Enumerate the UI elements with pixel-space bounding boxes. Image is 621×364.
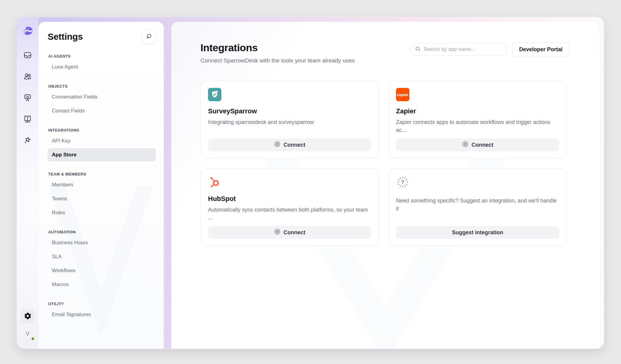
sidebar-item-roles[interactable]: Roles (48, 206, 156, 219)
knowledge-book-icon[interactable] (23, 115, 32, 123)
sidebar-search-button[interactable] (142, 30, 156, 44)
ai-search-icon (145, 33, 153, 41)
search-input[interactable] (424, 46, 502, 52)
sidebar-item-sla[interactable]: SLA (48, 250, 156, 263)
card-title: HubSpot (208, 195, 371, 203)
sidebar-item-api-key[interactable]: API Key (48, 134, 156, 148)
settings-gear-button[interactable] (21, 309, 35, 323)
connect-label: Connect (284, 142, 305, 148)
hubspot-logo (208, 175, 221, 189)
avatar-initial: V (26, 331, 29, 337)
section-label-integrations: INTEGRATIONS (48, 128, 155, 132)
integration-card-surveysparrow: SurveySparrow Integrating sparrowdesk an… (200, 81, 379, 158)
section-label-utility: UTILITY (48, 302, 155, 306)
integration-card-hubspot: HubSpot Automatically sync contacts betw… (200, 169, 379, 246)
plug-icon (274, 141, 281, 149)
sidebar-item-app-store[interactable]: App Store (48, 148, 156, 162)
section-label-objects: OBJECTS (48, 84, 155, 88)
suggest-label: Suggest integration (452, 229, 503, 236)
avatar[interactable]: V (21, 327, 34, 340)
section-label-automation: AUTOMATION (48, 230, 155, 234)
integrations-panel: Integrations Connect SparrowDesk with th… (171, 22, 600, 349)
connect-label: Connect (472, 142, 493, 148)
developer-portal-button[interactable]: Developer Portal (512, 42, 569, 56)
sparrowdesk-swirl-logo[interactable] (22, 25, 34, 38)
sparkle-icon[interactable] (23, 136, 32, 144)
card-title: Zapier (396, 107, 559, 115)
sidebar-item-luna-agent[interactable]: Luna Agent (48, 60, 156, 74)
sidebar-item-macros[interactable]: Macros (48, 278, 156, 291)
integration-card-suggest: ? Need something specific? Suggest an in… (388, 169, 567, 246)
app-search-box[interactable] (410, 43, 507, 56)
integration-cards-grid: SurveySparrow Integrating sparrowdesk an… (200, 81, 569, 246)
app-window: V Settings AI AGENTS L (17, 17, 604, 349)
zapier-logo-text: zapier (397, 92, 409, 97)
question-dashed-icon: ? (396, 175, 409, 189)
plug-icon (462, 141, 469, 149)
sidebar-item-business-hours[interactable]: Business Hours (48, 236, 156, 249)
users-icon[interactable] (23, 72, 32, 81)
sidebar-item-contact-fields[interactable]: Contact Fields (48, 104, 156, 118)
sidebar-item-conversation-fields[interactable]: Conversation Fields (48, 90, 156, 104)
connect-button-surveysparrow[interactable]: Connect (208, 139, 371, 151)
plug-icon (274, 228, 281, 237)
surveysparrow-logo (208, 88, 221, 101)
search-icon (415, 46, 421, 53)
inbox-icon[interactable] (23, 51, 32, 59)
sidebar-title: Settings (48, 32, 83, 42)
presentation-chart-icon[interactable] (23, 93, 32, 102)
settings-sidebar: Settings AI AGENTS Luna Agent OBJECTS Co… (39, 22, 164, 349)
zapier-logo: zapier (396, 88, 409, 101)
icon-rail: V (17, 17, 39, 349)
suggest-integration-button[interactable]: Suggest integration (396, 226, 559, 239)
gear-icon (24, 312, 32, 321)
svg-text:?: ? (401, 179, 404, 185)
page-subtitle: Connect SparrowDesk with the tools your … (200, 57, 355, 64)
connect-button-hubspot[interactable]: Connect (208, 226, 371, 239)
section-label-team-members: TEAM & MEMBERS (48, 172, 155, 176)
sidebar-item-teams[interactable]: Teams (48, 192, 156, 205)
card-title: SurveySparrow (208, 107, 371, 115)
page-background: V Settings AI AGENTS L (0, 0, 621, 364)
page-title-block: Integrations Connect SparrowDesk with th… (200, 42, 355, 64)
integration-card-zapier: zapier Zapier Zapier connects apps to au… (388, 81, 567, 158)
card-description: Zapier connects apps to automate workflo… (396, 118, 559, 134)
connect-label: Connect (284, 229, 305, 236)
online-status-dot (31, 337, 35, 341)
card-description: Integrating sparrowdesk and surveysparro… (208, 118, 371, 126)
sidebar-item-workflows[interactable]: Workflows (48, 264, 156, 277)
card-description: Automatically sync contacts between both… (208, 206, 371, 222)
card-description: Need something specific? Suggest an inte… (396, 197, 559, 212)
connect-button-zapier[interactable]: Connect (396, 139, 559, 151)
sidebar-item-email-signatures[interactable]: Email Signatures (48, 308, 156, 321)
sidebar-item-members[interactable]: Members (48, 178, 156, 192)
page-title: Integrations (200, 42, 355, 54)
section-label-ai-agents: AI AGENTS (48, 54, 155, 58)
